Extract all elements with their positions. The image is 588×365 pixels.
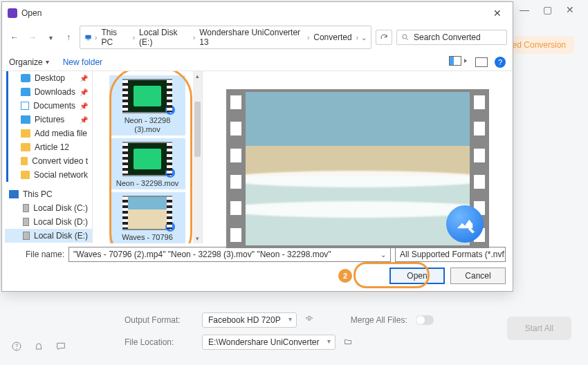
open-folder-icon[interactable] (344, 337, 352, 348)
pin-icon: 📌 (80, 75, 88, 82)
file-name-label: Neon - 32298.mov (112, 179, 183, 188)
file-item[interactable]: Q Neon - 32298.mov (109, 138, 185, 189)
sidebar-item-drive[interactable]: Local Disk (D:) (5, 215, 92, 229)
quicktime-badge-icon: Q (165, 222, 175, 232)
bg-minimize-button[interactable]: — (520, 4, 529, 15)
sidebar-item-folder[interactable]: Add media file (8, 127, 92, 140)
scroll-up-icon[interactable]: ▴ (193, 71, 202, 81)
svg-point-0 (308, 318, 310, 320)
file-thumbnail: Q (122, 196, 172, 230)
organize-menu[interactable]: Organize▾ (9, 57, 49, 67)
bg-close-button[interactable]: ✕ (566, 4, 574, 15)
sidebar-item-documents[interactable]: Documents📌 (8, 99, 92, 113)
annotation-badge: 2 (338, 269, 352, 283)
sidebar-item-downloads[interactable]: Downloads📌 (8, 85, 92, 99)
file-thumbnail: Q (122, 79, 172, 113)
sidebar-item-drive[interactable]: Local Disk (C:) (5, 201, 92, 215)
file-item[interactable]: Q Neon - 32298 (3).mov (109, 75, 185, 135)
filename-label: File name: (9, 250, 64, 259)
pin-icon: 📌 (80, 102, 88, 110)
svg-point-5 (403, 35, 407, 39)
new-folder-button[interactable]: New folder (63, 57, 102, 67)
scroll-down-icon[interactable]: ▾ (193, 234, 202, 243)
notification-icon[interactable] (33, 341, 44, 354)
output-format-select[interactable]: Facebook HD 720P (202, 312, 297, 328)
svg-rect-3 (85, 35, 91, 39)
svg-point-2 (17, 348, 17, 349)
filetype-filter-select[interactable]: All Supported Formats (*.nvf; *.⌄ (395, 247, 506, 262)
pin-icon: 📌 (80, 116, 88, 124)
dialog-title: Open (21, 8, 485, 18)
preview-filmstrip (226, 89, 489, 248)
view-mode-button[interactable] (449, 56, 468, 68)
sidebar-item-this-pc[interactable]: This PC (5, 187, 92, 201)
breadcrumb[interactable]: › This PC› Local Disk (E:)› Wondershare … (80, 26, 371, 49)
file-name-label: Neon - 32298 (3).mov (112, 116, 183, 134)
svg-rect-4 (87, 39, 90, 40)
sidebar-item-desktop[interactable]: Desktop📌 (8, 71, 92, 85)
nav-recent-dropdown[interactable]: ▾ (44, 34, 57, 41)
merge-label: Merge All Files: (351, 315, 407, 325)
pc-icon (84, 33, 92, 41)
filename-input[interactable]: "Waves - 70796 (2).mp4" "Neon - 32298 (3… (68, 247, 391, 262)
refresh-button[interactable] (376, 30, 392, 45)
file-list-pane: Q Neon - 32298 (3).mov Q Neon - 32298.mo… (92, 71, 203, 243)
nav-forward-button[interactable]: → (26, 32, 39, 42)
file-item[interactable]: Q Waves - 70796 (2).mp4 (109, 192, 185, 243)
search-input[interactable]: Search Converted (396, 30, 507, 45)
open-button[interactable]: Open (389, 268, 445, 284)
search-icon (401, 33, 410, 41)
quicktime-icon (446, 205, 484, 243)
help-icon[interactable]: ? (495, 57, 506, 68)
folder-tree: Desktop📌 Downloads📌 Documents📌 Pictures📌… (2, 71, 92, 243)
start-all-button[interactable]: Start All (507, 317, 571, 340)
pin-icon: 📌 (80, 88, 88, 96)
preview-image (246, 92, 470, 245)
quicktime-badge-icon: Q (165, 105, 175, 115)
dialog-close-button[interactable]: ✕ (485, 5, 510, 21)
preview-pane-toggle[interactable] (475, 57, 488, 67)
sidebar-item-folder[interactable]: Social network (8, 168, 92, 182)
feedback-icon[interactable] (55, 341, 66, 354)
settings-icon[interactable] (305, 315, 313, 326)
open-file-dialog: Open ✕ ← → ▾ ↑ › This PC› Local Disk (E:… (1, 1, 513, 292)
help-status-icon[interactable] (11, 341, 22, 354)
output-format-label: Output Format: (125, 315, 194, 325)
file-location-label: File Location: (125, 337, 194, 347)
sidebar-item-folder[interactable]: Convert video t (8, 154, 92, 168)
file-name-label: Waves - 70796 (2).mp4 (112, 233, 183, 243)
nav-up-button[interactable]: ↑ (62, 32, 75, 42)
file-location-select[interactable]: E:\Wondershare UniConverter (202, 335, 336, 350)
sidebar-item-pictures[interactable]: Pictures📌 (8, 113, 92, 127)
bg-maximize-button[interactable]: ▢ (543, 4, 552, 15)
sidebar-item-folder[interactable]: Article 12 (8, 140, 92, 154)
merge-toggle[interactable] (416, 315, 434, 325)
quicktime-badge-icon: Q (165, 168, 175, 178)
scrollbar[interactable]: ▴ ▾ (193, 71, 202, 243)
app-icon (8, 8, 17, 18)
cancel-button[interactable]: Cancel (450, 268, 506, 284)
sidebar-item-drive[interactable]: Local Disk (E:) (5, 229, 92, 243)
preview-pane (203, 71, 513, 243)
scroll-thumb[interactable] (194, 102, 201, 157)
nav-back-button[interactable]: ← (8, 32, 21, 42)
file-thumbnail: Q (122, 142, 172, 176)
